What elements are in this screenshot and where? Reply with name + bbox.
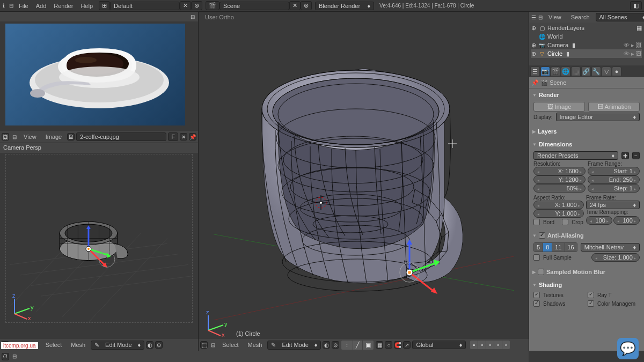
menu-search[interactable]: Search — [567, 13, 594, 21]
layer-buttons[interactable]: ▪▫▫▫▫ — [470, 340, 510, 350]
vertex-select-icon[interactable]: ⋮ — [341, 341, 353, 350]
preset-remove-icon[interactable]: − — [632, 152, 640, 159]
layout-add-icon[interactable]: ✕ — [180, 1, 191, 10]
textures-checkbox[interactable] — [533, 292, 540, 298]
border-checkbox[interactable] — [533, 219, 540, 225]
pivot-icon[interactable]: ⊙ — [155, 341, 163, 349]
mode-dropdown[interactable]: ✎ Edit Mode ♦ — [267, 341, 321, 350]
menu-mesh[interactable]: Mesh — [244, 341, 266, 349]
mode-dropdown[interactable]: ✎ Edit Mode ♦ — [91, 341, 144, 350]
limit-selection-icon[interactable]: ▦ — [376, 341, 383, 349]
crop-checkbox[interactable] — [562, 219, 568, 225]
editor-type-icon[interactable]: ⏱ — [2, 353, 9, 360]
render-animation-button[interactable]: 🎞Animation — [588, 102, 640, 112]
outliner-item-circle[interactable]: ⊕▽Circle▮👁 ▸ 🖼 — [531, 49, 642, 58]
fake-user-button[interactable]: F — [168, 132, 178, 141]
collapse-icon[interactable]: ⊟ — [209, 341, 217, 349]
object-tab-icon[interactable]: ⬚ — [571, 67, 581, 76]
aa-size-field[interactable]: Size: 1.000 — [591, 253, 640, 262]
aa-filter-dropdown[interactable]: Mitchell-Netrav♦ — [581, 243, 640, 252]
menu-file[interactable]: File — [15, 2, 32, 10]
dimensions-panel-header[interactable]: Dimensions — [531, 139, 642, 149]
render-engine-dropdown[interactable]: Blender Render♦ — [315, 2, 374, 10]
modifiers-tab-icon[interactable]: 🔧 — [591, 67, 601, 76]
pin-icon[interactable]: 📌 — [531, 79, 539, 86]
pivot-icon[interactable]: ⊙ — [332, 341, 339, 349]
viewport-shading-icon[interactable]: ◐ — [146, 341, 153, 349]
mblur-panel-header[interactable]: Sampled Motion Blur — [531, 267, 642, 277]
collapse-icon[interactable]: ⊟ — [538, 13, 543, 21]
image-browse-icon[interactable]: 🖻 — [67, 133, 75, 141]
image-name-field[interactable]: 2-coffe-cup.jpg — [76, 132, 166, 141]
layout-remove-icon[interactable]: ⊗ — [191, 1, 202, 10]
menu-select[interactable]: Select — [218, 341, 243, 349]
resolution-x-field[interactable]: X: 1600 — [533, 167, 586, 175]
aa-16[interactable]: 16 — [565, 243, 577, 252]
menu-help[interactable]: Help — [77, 2, 97, 10]
render-presets-dropdown[interactable]: Render Presets♦ — [533, 151, 618, 160]
chat-widget-icon[interactable]: 💬 — [617, 338, 639, 359]
menu-render[interactable]: Render — [50, 2, 77, 10]
snap-icon[interactable]: 🧲 — [394, 341, 401, 349]
menu-view[interactable]: View — [20, 132, 40, 141]
colormgmt-checkbox[interactable] — [588, 300, 594, 307]
framerate-dropdown[interactable]: 24 fps♦ — [586, 201, 640, 209]
unlink-icon[interactable]: ✕ — [180, 133, 187, 141]
menu-view[interactable]: View — [545, 13, 565, 21]
outliner-item-renderlayers[interactable]: ⊕▢RenderLayers▦ — [531, 24, 642, 32]
render-panel-header[interactable]: Render — [531, 90, 642, 100]
render-image-button[interactable]: 🖼Image — [533, 102, 585, 112]
remap-old-field[interactable]: 100 — [586, 216, 612, 225]
editor-type-icon[interactable]: ☰ — [531, 13, 536, 21]
pin-icon[interactable]: 📌 — [189, 133, 196, 141]
aa-panel-header[interactable]: Anti-Aliasing — [531, 231, 642, 240]
frame-end-field[interactable]: End: 250 — [588, 175, 640, 184]
outliner-filter-dropdown[interactable]: All Scenes♦ — [596, 13, 644, 21]
scene-browse-icon[interactable]: 🎬 — [206, 1, 219, 10]
menu-image[interactable]: Image — [42, 132, 66, 141]
resolution-y-field[interactable]: Y: 1200 — [533, 175, 586, 184]
back-to-previous-icon[interactable]: ◧ — [630, 1, 642, 10]
aa-5[interactable]: 5 — [534, 243, 543, 252]
full-sample-checkbox[interactable] — [533, 254, 540, 261]
editor-type-icon[interactable]: 🖼 — [2, 133, 9, 141]
outliner-item-world[interactable]: 🌐World — [531, 32, 642, 41]
material-tab-icon[interactable]: ● — [612, 67, 621, 76]
aa-11[interactable]: 11 — [552, 243, 565, 252]
main-viewport[interactable]: User Ortho — [199, 12, 529, 351]
frame-step-field[interactable]: Step: 1 — [588, 184, 640, 193]
editor-type-icon[interactable]: ⬚ — [200, 341, 208, 349]
render-tab-icon[interactable]: 📷 — [540, 67, 550, 76]
raytracing-checkbox[interactable] — [588, 292, 594, 298]
aspect-y-field[interactable]: Y: 1.000 — [533, 209, 584, 218]
outliner-tree[interactable]: ⊕▢RenderLayers▦ 🌐World ⊕📷Camera▮👁 ▸ 🖼 ⊕▽… — [529, 23, 644, 65]
collapse-icon[interactable]: ⊟ — [11, 353, 18, 360]
resolution-pct-field[interactable]: 50% — [533, 184, 586, 193]
scene-tab-icon[interactable]: 🎬 — [551, 67, 560, 76]
collapse-icon[interactable]: ⊟ — [189, 13, 196, 20]
layers-panel-header[interactable]: Layers — [531, 127, 642, 136]
aa-enable-checkbox[interactable] — [539, 232, 545, 239]
edge-select-icon[interactable]: ╱ — [353, 341, 363, 350]
aa-samples-segments[interactable]: 5 8 11 16 — [533, 242, 577, 252]
menu-add[interactable]: Add — [32, 2, 50, 10]
scene-remove-icon[interactable]: ⊗ — [301, 1, 312, 10]
prop-tab-header-icon[interactable]: ☰ — [530, 67, 540, 76]
screen-layout-dropdown[interactable]: Default — [110, 2, 180, 10]
screen-layout-browse[interactable]: ⊞ — [99, 1, 110, 10]
world-tab-icon[interactable]: 🌐 — [561, 67, 570, 76]
viewport-shading-icon[interactable]: ◐ — [323, 341, 330, 349]
select-mode-segments[interactable]: ⋮ ╱ ▣ — [341, 340, 374, 350]
info-editor-icon[interactable]: ℹ — [0, 2, 8, 10]
menu-mesh[interactable]: Mesh — [67, 341, 89, 349]
manipulator-icon[interactable]: ↗ — [403, 341, 411, 349]
shading-panel-header[interactable]: Shading — [531, 280, 642, 290]
frame-start-field[interactable]: Start: 1 — [588, 167, 640, 175]
preset-add-icon[interactable]: ✚ — [621, 152, 629, 159]
collapse-icon[interactable]: ⊟ — [11, 133, 18, 141]
scene-dropdown[interactable]: Scene — [219, 2, 289, 10]
display-dropdown[interactable]: Image Editor♦ — [556, 113, 640, 121]
data-tab-icon[interactable]: ▽ — [602, 67, 611, 76]
collapse-icon[interactable]: ⊟ — [8, 2, 15, 10]
remap-new-field[interactable]: 100 — [613, 216, 640, 225]
